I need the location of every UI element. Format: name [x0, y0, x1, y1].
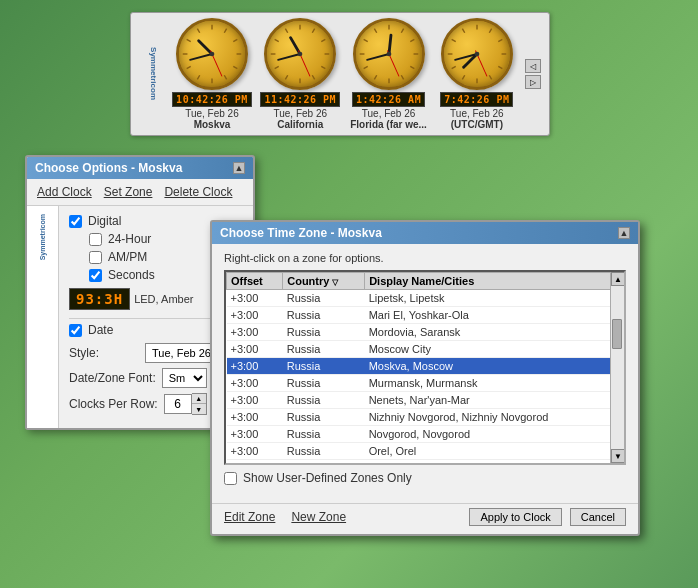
svg-line-24: [275, 66, 279, 68]
apply-to-clock-btn[interactable]: Apply to Clock: [469, 508, 561, 526]
hour24-label: 24-Hour: [108, 232, 151, 246]
svg-line-23: [286, 75, 288, 79]
scroll-left-btn[interactable]: ◁: [525, 59, 541, 73]
svg-line-44: [389, 35, 391, 54]
tz-cell-offset: +3:00: [227, 426, 283, 443]
svg-line-17: [313, 29, 315, 33]
svg-line-1: [224, 29, 226, 33]
table-row[interactable]: +3:00 Russia Orel, Orel: [227, 443, 624, 460]
clock-face-california: [264, 18, 336, 90]
options-close-btn[interactable]: ▲: [233, 162, 245, 174]
svg-line-55: [462, 75, 464, 79]
svg-line-11: [197, 29, 199, 33]
table-row[interactable]: +3:00 Russia Mordovia, Saransk: [227, 324, 624, 341]
clock-time-moskva: 10:42:26 PM: [172, 92, 252, 107]
tz-footer: Edit Zone New Zone Apply to Clock Cancel: [212, 503, 638, 534]
font-select[interactable]: Sm: [162, 368, 207, 388]
svg-point-15: [210, 52, 215, 57]
tz-cell-offset: +3:00: [227, 341, 283, 358]
led-style-label: LED, Amber: [134, 293, 193, 305]
digital-checkbox[interactable]: [69, 215, 82, 228]
tz-col-country[interactable]: Country: [283, 273, 365, 290]
table-row[interactable]: +3:00 Russia Nizhniy Novgorod, Nizhniy N…: [227, 409, 624, 426]
svg-line-7: [197, 75, 199, 79]
tz-scrollbar[interactable]: ▲ ▼: [610, 272, 624, 463]
tz-scroll-track: [611, 286, 624, 449]
svg-line-40: [363, 66, 367, 68]
tz-scroll-up-btn[interactable]: ▲: [611, 272, 625, 286]
ampm-checkbox[interactable]: [89, 251, 102, 264]
tz-cell-offset: +3:00: [227, 358, 283, 375]
clock-zone-california: California: [277, 119, 323, 130]
svg-line-20: [322, 66, 326, 68]
tz-cell-display: Moscow City: [365, 341, 624, 358]
clock-date-utc: Tue, Feb 26: [450, 108, 504, 119]
clocks-per-row-spinner: ▲ ▼: [164, 393, 207, 415]
table-row[interactable]: +3:00 Russia Moskva, Moscow: [227, 358, 624, 375]
tz-cell-country: Russia: [283, 324, 365, 341]
table-row[interactable]: +3:00 Russia Moscow City: [227, 341, 624, 358]
cancel-btn[interactable]: Cancel: [570, 508, 626, 526]
tz-cell-display: Penza, Penza: [365, 460, 624, 466]
svg-line-13: [190, 54, 212, 60]
svg-line-21: [313, 75, 315, 79]
tz-cell-display: Nizhniy Novgorod, Nizhniy Novgorod: [365, 409, 624, 426]
svg-line-42: [363, 39, 367, 41]
table-row[interactable]: +3:00 Russia Nenets, Nar'yan-Mar: [227, 392, 624, 409]
tz-cell-country: Russia: [283, 392, 365, 409]
clock-time-california: 11:42:26 PM: [260, 92, 340, 107]
tz-table-wrap[interactable]: Offset Country Display Name/Cities +3:00…: [224, 270, 626, 465]
tz-table: Offset Country Display Name/Cities +3:00…: [226, 272, 624, 465]
options-logo-text: Symmetricom: [39, 214, 47, 260]
spinner-down-btn[interactable]: ▼: [192, 404, 206, 414]
seconds-checkbox[interactable]: [89, 269, 102, 282]
menu-set-zone[interactable]: Set Zone: [102, 183, 155, 201]
svg-line-10: [187, 39, 191, 41]
tz-cell-country: Russia: [283, 358, 365, 375]
tz-title: Choose Time Zone - Moskva: [220, 226, 382, 240]
clock-zone-moskva: Moskva: [194, 119, 231, 130]
svg-line-56: [452, 66, 456, 68]
menu-delete-clock[interactable]: Delete Clock: [162, 183, 234, 201]
tz-close-btn[interactable]: ▲: [618, 227, 630, 239]
menu-add-clock[interactable]: Add Clock: [35, 183, 94, 201]
clocks-per-row-input[interactable]: [164, 394, 192, 414]
tz-cell-country: Russia: [283, 375, 365, 392]
svg-line-39: [374, 75, 376, 79]
tz-scroll-down-btn[interactable]: ▼: [611, 449, 625, 463]
clock-date-moskva: Tue, Feb 26: [185, 108, 239, 119]
svg-line-59: [462, 29, 464, 33]
svg-line-50: [498, 39, 502, 41]
font-field-label: Date/Zone Font:: [69, 371, 156, 385]
tz-col-offset[interactable]: Offset: [227, 273, 283, 290]
clock-bar-arrows[interactable]: ◁ ▷: [525, 59, 541, 89]
new-zone-link[interactable]: New Zone: [291, 510, 346, 524]
table-row[interactable]: +3:00 Russia Penza, Penza: [227, 460, 624, 466]
edit-zone-link[interactable]: Edit Zone: [224, 510, 275, 524]
tz-cell-offset: +3:00: [227, 324, 283, 341]
table-row[interactable]: +3:00 Russia Murmansk, Murmansk: [227, 375, 624, 392]
hour24-checkbox[interactable]: [89, 233, 102, 246]
tz-cell-offset: +3:00: [227, 290, 283, 307]
table-row[interactable]: +3:00 Russia Novgorod, Novgorod: [227, 426, 624, 443]
svg-point-63: [474, 52, 479, 57]
date-checkbox[interactable]: [69, 324, 82, 337]
options-menu: Add Clock Set Zone Delete Clock: [27, 179, 253, 206]
svg-line-2: [233, 39, 237, 41]
tz-cell-display: Mari El, Yoshkar-Ola: [365, 307, 624, 324]
spinner-up-btn[interactable]: ▲: [192, 394, 206, 404]
tz-table-header: Offset Country Display Name/Cities: [227, 273, 624, 290]
date-label: Date: [88, 323, 113, 337]
spinner-buttons: ▲ ▼: [192, 393, 207, 415]
svg-line-5: [224, 75, 226, 79]
seconds-label: Seconds: [108, 268, 155, 282]
table-row[interactable]: +3:00 Russia Mari El, Yoshkar-Ola: [227, 307, 624, 324]
tz-footer-left: Edit Zone New Zone: [224, 510, 346, 524]
svg-line-36: [410, 66, 414, 68]
user-defined-checkbox[interactable]: [224, 472, 237, 485]
tz-scroll-thumb[interactable]: [612, 319, 622, 349]
svg-line-4: [233, 66, 237, 68]
scroll-right-btn[interactable]: ▷: [525, 75, 541, 89]
tz-cell-offset: +3:00: [227, 307, 283, 324]
table-row[interactable]: +3:00 Russia Lipetsk, Lipetsk: [227, 290, 624, 307]
